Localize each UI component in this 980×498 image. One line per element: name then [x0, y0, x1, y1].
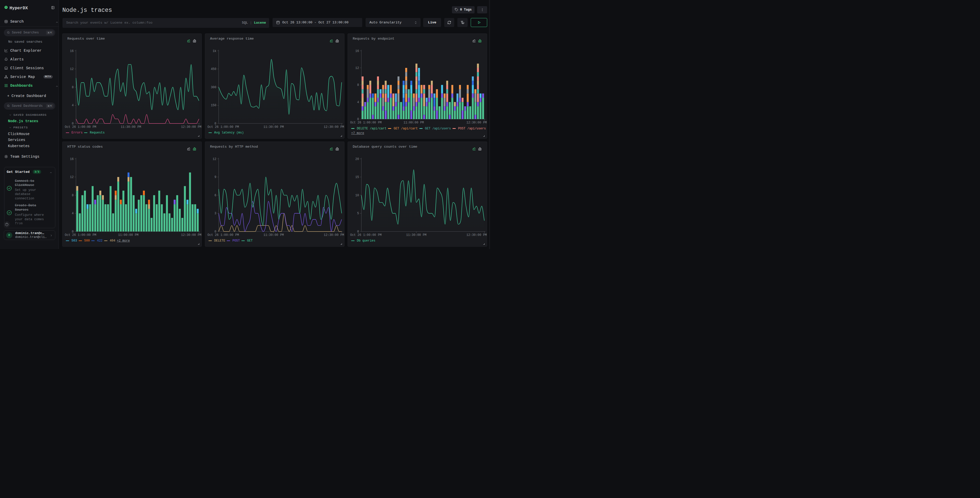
svg-text:5: 5 — [357, 212, 359, 215]
svg-text:20: 20 — [355, 157, 359, 161]
svg-text:12:30:00 PM: 12:30:00 PM — [324, 233, 344, 237]
svg-text:12:30:00 PM: 12:30:00 PM — [466, 233, 487, 237]
svg-text:11:30:00 PM: 11:30:00 PM — [406, 233, 426, 237]
svg-text:Oct 26 1:00:00 PM: Oct 26 1:00:00 PM — [207, 233, 239, 237]
svg-text:3: 3 — [215, 212, 216, 215]
svg-text:12:30:00 PM: 12:30:00 PM — [324, 125, 344, 129]
svg-text:12:30:00 PM: 12:30:00 PM — [466, 121, 487, 124]
svg-text:8: 8 — [72, 194, 73, 197]
svg-text:300: 300 — [210, 86, 216, 89]
svg-text:0: 0 — [357, 118, 359, 121]
svg-text:12:30:00 PM: 12:30:00 PM — [181, 233, 201, 237]
svg-text:11:30:00 PM: 11:30:00 PM — [263, 233, 283, 237]
svg-text:12: 12 — [70, 67, 73, 71]
svg-text:9: 9 — [215, 176, 216, 179]
svg-text:15: 15 — [355, 176, 359, 179]
svg-text:16: 16 — [70, 49, 73, 53]
svg-text:Oct 26 1:00:00 PM: Oct 26 1:00:00 PM — [350, 233, 382, 237]
svg-text:1k: 1k — [213, 49, 216, 53]
svg-text:Oct 26 1:00:00 PM: Oct 26 1:00:00 PM — [350, 121, 382, 124]
svg-text:4: 4 — [357, 101, 359, 104]
svg-text:8: 8 — [72, 86, 73, 89]
svg-text:450: 450 — [210, 67, 216, 71]
svg-text:12: 12 — [213, 157, 216, 161]
svg-text:150: 150 — [210, 104, 216, 107]
svg-text:Oct 26 1:00:00 PM: Oct 26 1:00:00 PM — [207, 125, 239, 129]
svg-text:10: 10 — [355, 194, 359, 197]
svg-text:8: 8 — [357, 83, 359, 87]
svg-text:0: 0 — [215, 122, 216, 126]
svg-text:11:00:00 PM: 11:00:00 PM — [118, 233, 138, 237]
svg-text:0: 0 — [72, 230, 73, 233]
svg-text:11:00:00 PM: 11:00:00 PM — [403, 121, 424, 124]
svg-text:6: 6 — [215, 194, 216, 197]
svg-text:16: 16 — [355, 49, 359, 53]
svg-text:0: 0 — [357, 230, 359, 233]
svg-text:0: 0 — [72, 122, 73, 126]
svg-text:4: 4 — [72, 212, 73, 215]
svg-text:Oct 26 1:00:00 PM: Oct 26 1:00:00 PM — [65, 233, 96, 237]
svg-text:12:30:00 PM: 12:30:00 PM — [181, 125, 201, 129]
svg-text:16: 16 — [70, 157, 73, 161]
svg-text:0: 0 — [215, 230, 216, 233]
svg-text:12: 12 — [70, 176, 73, 179]
svg-text:11:30:00 PM: 11:30:00 PM — [121, 125, 141, 129]
svg-text:Oct 26 1:00:00 PM: Oct 26 1:00:00 PM — [65, 125, 96, 129]
svg-text:11:30:00 PM: 11:30:00 PM — [263, 125, 283, 129]
svg-text:4: 4 — [72, 104, 73, 107]
svg-text:12: 12 — [355, 66, 359, 70]
